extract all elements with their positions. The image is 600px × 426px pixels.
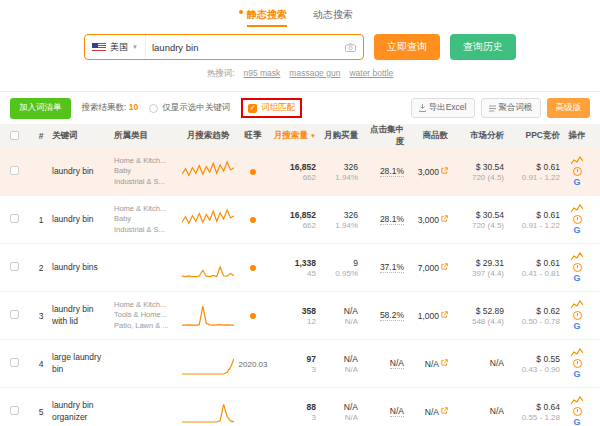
tab-static-search[interactable]: 静态搜索: [247, 8, 287, 27]
aggregate-roots-button[interactable]: 聚合词根: [481, 98, 541, 118]
row-checkbox[interactable]: [10, 406, 19, 415]
google-trends-icon[interactable]: G: [573, 274, 580, 283]
trend-sparkline: [182, 255, 234, 279]
history-trend-icon[interactable]: [573, 407, 582, 416]
traffic-analysis-icon[interactable]: [571, 348, 583, 357]
purchase-rate-sub: N/A: [320, 317, 358, 326]
hot-keyword-link[interactable]: n95 mask: [244, 68, 281, 80]
click-concentration-value: 28.1%: [380, 166, 404, 177]
traffic-analysis-icon[interactable]: [571, 252, 583, 261]
google-trends-icon[interactable]: G: [573, 370, 580, 379]
google-trends-icon[interactable]: G: [573, 178, 580, 187]
traffic-analysis-icon[interactable]: [571, 156, 583, 165]
market-analysis-cell: $ 52.89 548 (4.4): [450, 306, 506, 326]
history-trend-icon[interactable]: [573, 167, 582, 176]
keyword-link[interactable]: large laundry bin: [52, 352, 101, 373]
operations-cell: G: [562, 300, 592, 331]
peak-season-dot-icon: [250, 265, 256, 271]
traffic-analysis-icon[interactable]: [571, 300, 583, 309]
us-flag-icon: [92, 43, 106, 52]
product-count-cell: N/A: [406, 406, 450, 417]
result-count-label: 搜索结果数:: [82, 102, 127, 112]
ppc-bid-cell: $ 0.61 0.91 - 1.22: [506, 162, 562, 182]
traffic-analysis-icon[interactable]: [571, 204, 583, 213]
ppc-range-sub: 0.50 - 0.78: [508, 317, 560, 326]
purchase-volume-value: N/A: [320, 402, 358, 412]
external-link-icon[interactable]: [441, 310, 448, 320]
only-selected-option[interactable]: 仅显示选中关键词: [149, 102, 230, 114]
premium-version-button[interactable]: 高级版: [547, 98, 591, 118]
hot-keyword-link[interactable]: water bottle: [349, 68, 393, 80]
radio-unchecked-icon[interactable]: [149, 104, 158, 113]
submit-query-button[interactable]: 立即查询: [374, 34, 440, 60]
history-trend-icon[interactable]: [573, 359, 582, 368]
row-checkbox[interactable]: [10, 214, 19, 223]
history-trend-icon[interactable]: [573, 263, 582, 272]
market-analysis-cell: N/A: [450, 358, 506, 369]
traffic-analysis-icon[interactable]: [571, 396, 583, 405]
table-header-row: # 关键词 所属类目 月搜索趋势 旺季 月搜索量 ▼ 月购买量 点击集中度 商品…: [0, 124, 600, 148]
keyword-search-input[interactable]: [146, 42, 345, 53]
peak-season-dot-icon: [250, 313, 256, 319]
market-price-value: $ 30.54: [452, 162, 504, 172]
keyword-link[interactable]: laundry bin with lid: [52, 304, 94, 325]
market-price-value: N/A: [452, 406, 504, 416]
trend-cell: [180, 159, 236, 185]
select-all-checkbox[interactable]: [10, 131, 19, 140]
download-icon: [419, 104, 426, 112]
external-link-icon[interactable]: [441, 406, 448, 416]
phrase-match-option[interactable]: ✓ 词组匹配: [248, 102, 295, 114]
add-to-wordlist-button[interactable]: 加入词清单: [10, 98, 71, 119]
keyword-link[interactable]: laundry bins: [52, 262, 98, 272]
product-count-value: N/A: [425, 407, 439, 417]
header-click-concentration[interactable]: 点击集中度: [360, 124, 406, 148]
product-count-value: 7,000: [418, 263, 439, 273]
header-search-volume[interactable]: 月搜索量 ▼: [270, 130, 318, 142]
ppc-bid-value: $ 0.61: [508, 210, 560, 220]
query-history-button[interactable]: 查询历史: [450, 34, 516, 60]
trend-sparkline: [182, 399, 234, 423]
aggregate-roots-label: 聚合词根: [499, 102, 533, 114]
keyword-link[interactable]: laundry bin organizer: [52, 400, 94, 421]
product-count-cell: 3,000: [406, 166, 450, 177]
external-link-icon[interactable]: [441, 166, 448, 176]
external-link-icon[interactable]: [441, 214, 448, 224]
search-volume-value: 16,852: [272, 210, 316, 220]
product-count-cell: 7,000: [406, 262, 450, 273]
google-trends-icon[interactable]: G: [573, 322, 580, 331]
row-checkbox[interactable]: [10, 358, 19, 367]
hot-keywords-label: 热搜词:: [207, 68, 235, 80]
market-price-value: $ 30.54: [452, 210, 504, 220]
search-volume-cell: 358 12: [270, 306, 318, 326]
table-row: 4 large laundry bin 2020.03 97 3 N/A N/A…: [0, 340, 600, 388]
row-checkbox[interactable]: [10, 166, 19, 175]
market-analysis-cell: $ 30.54 720 (4.5): [450, 210, 506, 230]
row-checkbox[interactable]: [10, 310, 19, 319]
external-link-icon[interactable]: [441, 262, 448, 272]
row-checkbox[interactable]: [10, 262, 19, 271]
keyword-link[interactable]: laundry bin: [52, 214, 94, 224]
keyword-link[interactable]: laundry bin: [52, 166, 94, 176]
tab-dynamic-label: 动态搜索: [313, 9, 353, 20]
row-index: 3: [32, 311, 50, 321]
checkbox-checked-icon[interactable]: ✓: [248, 104, 257, 113]
search-volume-value: 88: [272, 402, 316, 412]
country-selector[interactable]: 美国 ▼: [85, 35, 146, 59]
history-trend-icon[interactable]: [573, 215, 582, 224]
external-link-icon[interactable]: [441, 358, 448, 368]
purchase-volume-cell: 326 1.94%: [318, 162, 360, 182]
header-purchase-volume[interactable]: 月购买量: [318, 130, 360, 142]
tab-dynamic-search[interactable]: 动态搜索: [313, 8, 353, 27]
google-trends-icon[interactable]: G: [573, 226, 580, 235]
header-ppc-bid: PPC竞价: [506, 130, 562, 142]
trend-cell: [180, 303, 236, 329]
header-product-count[interactable]: 商品数: [406, 130, 450, 142]
history-trend-icon[interactable]: [573, 311, 582, 320]
export-excel-button[interactable]: 导出Excel: [411, 98, 475, 118]
hot-keyword-link[interactable]: massage gun: [289, 68, 340, 80]
click-concentration-cell: N/A: [360, 358, 406, 369]
purchase-volume-cell: 326 1.94%: [318, 210, 360, 230]
google-trends-icon[interactable]: G: [573, 418, 580, 426]
image-search-icon[interactable]: [345, 43, 356, 52]
market-analysis-cell: $ 29.31 397 (4.4): [450, 258, 506, 278]
